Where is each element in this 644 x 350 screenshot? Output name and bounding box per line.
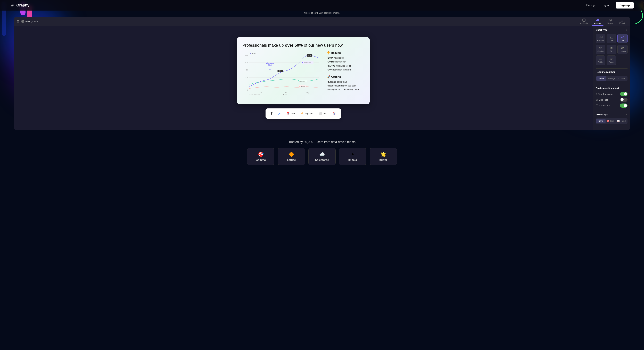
app-body: Professionals make up over 50% of our ne…	[14, 26, 630, 130]
chart-graph-area: 800 600 400 200 0 Users Apr Jul Aug	[242, 51, 323, 99]
svg-rect-50	[601, 37, 602, 38]
chart-results: 🏆 Results 280+ new leads 102% user growt…	[327, 51, 364, 99]
actions-section: 🚀 Actions Expand sales team Reduce Educa…	[327, 75, 364, 92]
toolbar-left: ☰ User growth	[16, 20, 38, 23]
emoji-tool-btn[interactable]: 🃏	[330, 111, 338, 117]
signup-button[interactable]: Sign up	[616, 2, 634, 9]
chart-type-title: Chart type	[596, 29, 608, 31]
headline-average-btn[interactable]: Average	[606, 76, 616, 81]
action-item: New goal of 1,100 weekly users	[327, 88, 364, 92]
svg-rect-56	[599, 48, 600, 49]
goal-tool-btn[interactable]: 🎯 Goal	[284, 111, 298, 117]
chart-type-line[interactable]: Line	[618, 34, 628, 43]
toolbar-right: Add data Visualize Design	[578, 17, 628, 26]
impala-icon: ✦	[351, 152, 355, 157]
headline-segmented: None Average Current	[596, 76, 628, 81]
power-ups-collapse-icon[interactable]: ∧	[626, 113, 628, 116]
svg-text:Professional: Professional	[304, 62, 311, 64]
svg-rect-51	[602, 36, 602, 38]
logo[interactable]: Graphy	[10, 3, 30, 8]
svg-rect-60	[622, 47, 623, 48]
butter-icon: 🌟	[380, 152, 386, 157]
pu-goal-btn[interactable]: 🎯 Goal	[606, 119, 616, 123]
logo-text: Graphy	[16, 3, 30, 8]
line-label: Line	[323, 112, 327, 115]
pricing-link[interactable]: Pricing	[586, 4, 595, 7]
svg-rect-71	[610, 59, 613, 59]
collapse-icon[interactable]: ∧	[626, 29, 628, 31]
action-item: Reduce Education use case	[327, 84, 364, 88]
salesforce-icon: ☁️	[319, 152, 325, 157]
curved-line-icon: ⌒	[596, 104, 598, 107]
add-data-btn[interactable]: Add data	[578, 17, 590, 26]
logo-butter: 🌟 butter	[370, 148, 397, 165]
svg-rect-61	[623, 47, 624, 48]
svg-rect-59	[621, 47, 622, 48]
svg-text:398: 398	[279, 70, 282, 72]
chart-type-grid: Column Bar	[596, 34, 628, 65]
gamma-name: Gamma	[256, 158, 266, 162]
pu-trend-btn[interactable]: 📈 Trend	[616, 119, 627, 123]
svg-rect-64	[623, 48, 624, 49]
text-tool-btn[interactable]: T	[268, 111, 275, 117]
headline-current-btn[interactable]: Current	[617, 76, 627, 81]
chart-type-section: Chart type ∧ Column	[596, 29, 628, 65]
butter-name: butter	[379, 158, 387, 162]
svg-text:Aug: Aug	[306, 92, 309, 94]
chart-card: Professionals make up over 50% of our ne…	[237, 37, 370, 104]
highlight-tool-btn[interactable]: 🖊 Highlight	[298, 111, 316, 116]
headline-section: Headline number None Average Current	[596, 71, 628, 81]
line-tool-btn[interactable]: ⬜ Line	[316, 111, 330, 117]
line-icon: ⬜	[318, 112, 322, 115]
logo-salesforce: ☁️ Salesforce	[308, 148, 336, 165]
salesforce-name: Salesforce	[315, 158, 329, 162]
curved-line-toggle[interactable]	[620, 104, 628, 108]
arrow-icon: ↗	[278, 112, 281, 116]
svg-text:400: 400	[245, 69, 248, 71]
headline-none-btn[interactable]: None	[596, 76, 606, 81]
result-item: 102% user growth	[327, 60, 364, 64]
start-from-zero-toggle[interactable]	[620, 92, 628, 96]
svg-rect-65	[599, 58, 602, 58]
chart-type-pie[interactable]: Pie	[606, 45, 616, 54]
svg-rect-72	[610, 59, 612, 60]
start-from-zero-label: ⤴ Start from zero	[596, 93, 612, 95]
logo-impala: ✦ Impala	[339, 148, 366, 165]
pu-none-btn[interactable]: None	[596, 119, 606, 123]
chart-type-heatmap[interactable]: Heatmap	[618, 45, 628, 54]
power-ups-section: Power ups ∧ None 🎯 Goal 📈 Trend	[596, 113, 628, 124]
chart-type-funnel[interactable]: Funnel	[606, 56, 616, 65]
chart-content: 800 600 400 200 0 Users Apr Jul Aug	[242, 51, 364, 99]
arrow-tool-btn[interactable]: ↗	[276, 110, 283, 117]
lattice-icon: 🔶	[288, 152, 294, 157]
design-btn[interactable]: Design	[605, 17, 616, 26]
svg-text:Source: graphy.app: Source: graphy.app	[249, 94, 260, 95]
svg-point-40	[302, 62, 303, 63]
svg-point-46	[300, 86, 300, 87]
emoji-icon: 🃏	[332, 112, 336, 115]
svg-rect-62	[621, 48, 622, 49]
curved-line-label: ⌒ Curved line	[596, 104, 610, 107]
svg-rect-54	[610, 37, 611, 38]
divider-2	[596, 85, 628, 85]
grid-lines-toggle[interactable]	[620, 98, 628, 102]
chart-type-column[interactable]: Column	[596, 34, 605, 43]
export-btn[interactable]: Export	[616, 17, 628, 26]
visualize-btn[interactable]: Visualize	[591, 17, 604, 26]
pu-trend-icon: 📈	[617, 120, 620, 122]
goal-label: Goal	[291, 112, 295, 115]
canvas-area: Professionals make up over 50% of our ne…	[14, 26, 593, 130]
hamburger-icon[interactable]: ☰	[16, 20, 19, 23]
start-from-zero-icon: ⤴	[596, 93, 597, 95]
app-window: ☰ User growth Add data	[14, 17, 630, 130]
impala-name: Impala	[348, 158, 357, 162]
login-button[interactable]: Log in	[599, 3, 612, 8]
chart-type-combo[interactable]: Combo	[596, 45, 605, 54]
chart-type-bar[interactable]: Bar	[606, 34, 616, 43]
svg-point-25	[250, 53, 251, 54]
pu-goal-icon: 🎯	[607, 120, 610, 122]
app-toolbar: ☰ User growth Add data	[14, 17, 630, 26]
chart-type-table[interactable]: Table	[596, 56, 605, 65]
power-ups-header: Power ups ∧	[596, 113, 628, 116]
power-ups-title: Power ups	[596, 113, 608, 116]
